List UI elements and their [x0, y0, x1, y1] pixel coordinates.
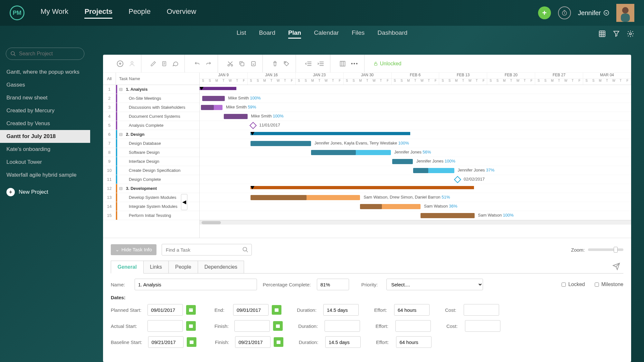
tab-people[interactable]: People [168, 261, 198, 273]
end-input[interactable] [233, 304, 269, 316]
select-all-header[interactable]: All [103, 73, 116, 85]
subnav-calendar[interactable]: Calendar [314, 29, 339, 39]
project-item[interactable]: Gantt for July 2018 [0, 130, 90, 143]
project-item[interactable]: Brand new sheet [0, 91, 90, 104]
collapse-icon[interactable]: ⊟ [119, 186, 123, 191]
gantt-bar[interactable] [392, 159, 413, 164]
gantt-milestone[interactable] [454, 176, 461, 183]
tab-dependencies[interactable]: Dependencies [198, 261, 244, 273]
project-item[interactable]: Created by Mercury [0, 104, 90, 117]
collapse-handle[interactable]: ◀ [181, 194, 187, 210]
collapse-icon[interactable]: ⊟ [119, 87, 123, 92]
name-input[interactable] [135, 279, 257, 290]
gantt-bar[interactable] [251, 195, 360, 200]
subnav-files[interactable]: Files [352, 29, 365, 39]
project-item[interactable]: Kate's onboarding [0, 143, 90, 156]
project-item[interactable]: Waterfall agile hybrid sample [0, 169, 90, 181]
subnav-board[interactable]: Board [259, 29, 275, 39]
tab-general[interactable]: General [111, 261, 144, 274]
edit-icon[interactable] [150, 61, 156, 67]
task-row[interactable]: 11Design Complete [103, 175, 199, 184]
find-task-input[interactable] [162, 244, 252, 255]
calendar-icon[interactable] [273, 321, 283, 331]
columns-icon[interactable] [339, 60, 346, 67]
duration1-input[interactable] [323, 304, 359, 316]
gantt-milestone[interactable] [250, 122, 257, 129]
task-row[interactable]: 2On-Site Meetings [103, 94, 199, 103]
gantt-bar[interactable] [311, 150, 391, 155]
milestone-checkbox[interactable]: Milestone [595, 282, 623, 287]
task-row[interactable]: 6⊟2. Design [103, 130, 199, 139]
more-icon[interactable]: ••• [351, 61, 358, 67]
topnav-people[interactable]: People [128, 7, 151, 19]
gantt-summary-bar[interactable] [200, 87, 236, 90]
assign-icon[interactable] [129, 60, 135, 67]
paste-icon[interactable] [250, 60, 257, 67]
pct-input[interactable] [317, 279, 349, 290]
filter-icon[interactable] [612, 30, 620, 38]
calendar-icon[interactable] [187, 337, 196, 347]
tab-links[interactable]: Links [143, 261, 169, 273]
hide-task-info-button[interactable]: ⌄Hide Task Info [111, 244, 156, 255]
gear-icon[interactable] [627, 30, 634, 38]
collapse-icon[interactable]: ⊟ [119, 132, 123, 137]
new-project-button[interactable]: + New Project [0, 183, 90, 201]
task-row[interactable]: 10Create Design Specification [103, 166, 199, 175]
topnav-overview[interactable]: Overview [167, 7, 196, 19]
task-row[interactable]: 3Discussions with Stakeholders [103, 103, 199, 112]
baseline-start-input[interactable] [148, 336, 184, 348]
subnav-plan[interactable]: Plan [288, 29, 301, 39]
task-row[interactable]: 12⊟3. Development [103, 184, 199, 193]
locked-checkbox[interactable]: Locked [562, 282, 585, 287]
task-row[interactable]: 5Analysis Complete [103, 121, 199, 130]
subnav-dashboard[interactable]: Dashboard [377, 29, 407, 39]
indent-icon[interactable] [317, 61, 324, 67]
notes-icon[interactable] [161, 61, 167, 67]
gantt-bar[interactable] [201, 105, 223, 110]
topnav-my-work[interactable]: My Work [41, 7, 68, 19]
cost1-input[interactable] [464, 304, 499, 316]
logo[interactable]: PM [10, 5, 24, 20]
task-row[interactable]: 8Software Design [103, 148, 199, 157]
duration3-input[interactable] [325, 336, 361, 348]
cut-icon[interactable] [227, 60, 233, 67]
project-item[interactable]: Created by Venus [0, 117, 90, 130]
calendar-icon[interactable] [186, 321, 196, 331]
project-item[interactable]: Gasses [0, 79, 90, 91]
send-icon[interactable] [612, 263, 623, 272]
cost2-input[interactable] [465, 320, 500, 332]
effort2-input[interactable] [395, 320, 431, 332]
lock-status[interactable]: Unlocked [374, 61, 402, 67]
gantt-bar[interactable] [421, 213, 475, 218]
gantt-summary-bar[interactable] [251, 132, 410, 135]
task-row[interactable]: 7Design Database [103, 139, 199, 148]
gantt-bar[interactable] [224, 114, 248, 119]
zoom-slider[interactable] [588, 248, 623, 251]
redo-icon[interactable] [205, 60, 212, 67]
task-row[interactable]: 1⊟1. Analysis [103, 85, 199, 94]
subnav-list[interactable]: List [237, 29, 246, 39]
project-item[interactable]: Lookout Tower [0, 156, 90, 169]
calendar-icon[interactable] [186, 305, 196, 315]
search-input[interactable] [6, 48, 84, 60]
avatar[interactable] [616, 4, 634, 22]
copy-icon[interactable] [239, 60, 245, 67]
user-menu[interactable]: Jennifer [578, 9, 609, 17]
priority-select[interactable]: Select.... [386, 279, 483, 290]
delete-icon[interactable] [272, 60, 278, 67]
comment-icon[interactable] [172, 60, 179, 67]
gantt-bar[interactable] [360, 204, 421, 209]
calendar-icon[interactable] [272, 305, 281, 315]
project-item[interactable]: Gantt, where the popup works [0, 66, 90, 79]
gantt-chart[interactable]: Mike Smith 100%Mike Smith 59%Mike Smith … [200, 85, 631, 220]
actual-start-input[interactable] [147, 320, 183, 332]
add-button[interactable]: + [538, 6, 551, 19]
calendar-icon[interactable] [274, 337, 283, 347]
planned-start-input[interactable] [147, 304, 183, 316]
finish-input[interactable] [234, 320, 270, 332]
gantt-bar[interactable] [413, 168, 454, 173]
undo-icon[interactable] [194, 60, 200, 67]
task-row[interactable]: 15Perform Initial Tessting [103, 211, 199, 220]
horizontal-scrollbar[interactable] [200, 220, 631, 225]
gantt-bar[interactable] [251, 141, 311, 146]
